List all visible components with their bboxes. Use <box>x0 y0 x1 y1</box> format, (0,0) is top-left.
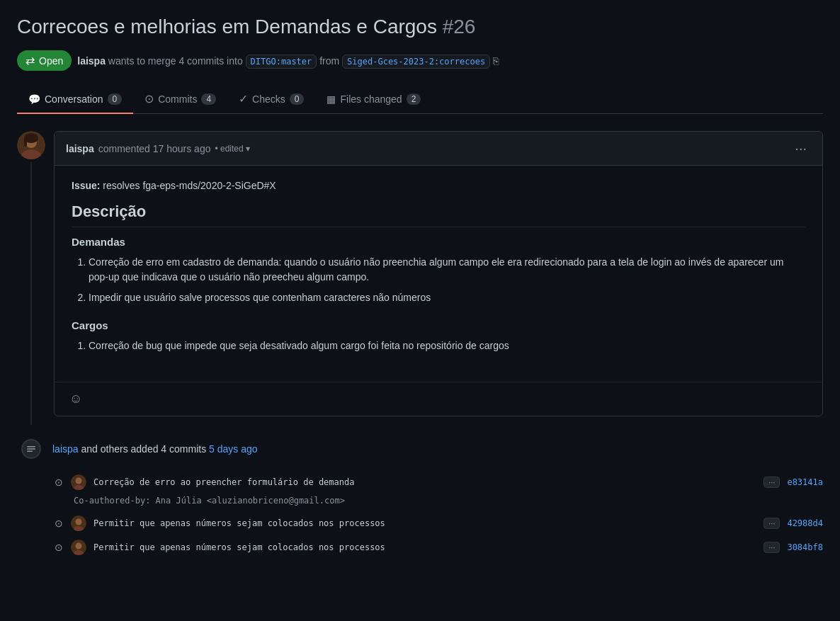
edited-button[interactable]: • edited ▾ <box>215 144 249 154</box>
pr-meta: laispa wants to merge 4 commits into DIT… <box>77 55 499 67</box>
list-item: Correção de bug que impede que seja desa… <box>89 338 805 353</box>
cargos-list: Correção de bug que impede que seja desa… <box>72 338 805 353</box>
demandas-section: Demandas Correção de erro em cadastro de… <box>72 236 805 305</box>
issue-text: resolves fga-eps-mds/2020-2-SiGeD#X <box>103 180 276 191</box>
issue-line: Issue: resolves fga-eps-mds/2020-2-SiGeD… <box>72 180 805 191</box>
chevron-down-icon: ▾ <box>246 144 250 154</box>
commit-msg-2: Permitir que apenas números sejam coloca… <box>93 518 756 528</box>
commits-added-label: and others added 4 commits <box>81 443 209 455</box>
issue-label: Issue: <box>72 180 100 191</box>
comment-timestamp: commented 17 hours ago <box>98 143 211 154</box>
pr-title-text: Correcoes e melhorias em Demandas e Carg… <box>17 16 437 38</box>
svg-point-9 <box>76 478 82 484</box>
section1-heading: Demandas <box>72 236 805 248</box>
svg-point-12 <box>76 519 82 525</box>
pr-number: #26 <box>443 16 476 38</box>
tab-commits[interactable]: ⊙ Commits 4 <box>133 85 227 114</box>
commit-avatar-1 <box>71 474 86 490</box>
tab-commits-label: Commits <box>158 93 197 105</box>
commit-expand-btn-1[interactable]: ··· <box>764 477 780 488</box>
commit-row-1: ⊙ Correção de erro ao preencher formulár… <box>54 470 823 511</box>
conversation-icon: 💬 <box>28 93 40 105</box>
list-item: Correção de erro em cadastro de demanda:… <box>89 255 805 285</box>
checks-icon: ✓ <box>239 92 248 106</box>
pr-title: Correcoes e melhorias em Demandas e Carg… <box>17 14 823 39</box>
svg-rect-4 <box>24 138 27 147</box>
commenter-name[interactable]: laispa <box>66 143 94 154</box>
commit-expand-btn-2[interactable]: ··· <box>764 518 780 529</box>
commit-entry-2: ⊙ Permitir que apenas números sejam colo… <box>54 511 823 535</box>
comment-footer: ☺ <box>55 382 822 416</box>
list-item: Impedir que usuário salve processos que … <box>89 290 805 305</box>
commits-added-time[interactable]: 5 days ago <box>209 443 258 455</box>
tab-checks-badge: 0 <box>290 93 305 105</box>
pr-meta-text: wants to merge 4 commits into <box>108 55 243 67</box>
comment-wrapper: laispa commented 17 hours ago • edited ▾… <box>17 131 823 428</box>
tab-conversation-badge: 0 <box>108 93 123 105</box>
open-icon: ⇄ <box>25 54 35 67</box>
pr-status-row: ⇄ Open laispa wants to merge 4 commits i… <box>17 50 823 71</box>
commit-row-3: ⊙ Permitir que apenas números sejam colo… <box>54 535 823 559</box>
commit-avatar-3 <box>71 540 86 555</box>
commit-entry-1: ⊙ Correção de erro ao preencher formulár… <box>54 470 823 494</box>
comment-header-left: laispa commented 17 hours ago • edited ▾ <box>66 143 250 154</box>
tabs-row: 💬 Conversation 0 ⊙ Commits 4 ✓ Checks 0 … <box>17 85 823 114</box>
comment-options-button[interactable]: ··· <box>790 139 811 158</box>
commit-msg-3: Permitir que apenas números sejam coloca… <box>93 542 756 552</box>
status-label: Open <box>39 55 63 67</box>
commit-expand-btn-3[interactable]: ··· <box>764 542 780 553</box>
tab-files-changed-label: Files changed <box>340 93 402 105</box>
cargos-section: Cargos Correção de bug que impede que se… <box>72 319 805 353</box>
comment-body: Issue: resolves fga-eps-mds/2020-2-SiGeD… <box>55 166 822 382</box>
commit-dot-icon-2: ⊙ <box>54 518 64 528</box>
tab-conversation-label: Conversation <box>45 93 103 105</box>
commit-entry-3: ⊙ Permitir que apenas números sejam colo… <box>54 535 823 559</box>
demandas-list: Correção de erro em cadastro de demanda:… <box>72 255 805 305</box>
svg-rect-7 <box>27 451 33 452</box>
commits-added-row: laispa and others added 4 commits 5 days… <box>17 439 823 459</box>
target-ref[interactable]: DITGO:master <box>246 55 317 69</box>
commit-rows-container: ⊙ Correção de erro ao preencher formulár… <box>54 470 823 559</box>
commenter-avatar <box>17 131 45 159</box>
tab-checks[interactable]: ✓ Checks 0 <box>227 85 315 114</box>
svg-rect-6 <box>27 448 35 450</box>
avatar-column <box>17 131 45 428</box>
co-author-line-1: Co-authored-by: Ana Júlia <aluzianobrice… <box>54 494 823 511</box>
copy-icon[interactable]: ⎘ <box>493 55 499 67</box>
tab-commits-badge: 4 <box>201 93 216 105</box>
commit-row-2: ⊙ Permitir que apenas números sejam colo… <box>54 511 823 535</box>
commits-icon: ⊙ <box>144 92 154 106</box>
edited-label: • edited <box>215 144 243 154</box>
svg-rect-5 <box>27 446 35 448</box>
commit-hash-3[interactable]: 3084bf8 <box>787 542 823 552</box>
status-badge: ⇄ Open <box>17 50 72 71</box>
section2-heading: Cargos <box>72 319 805 331</box>
commits-added-author[interactable]: laispa <box>52 443 79 455</box>
commit-msg-1: Correção de erro ao preencher formulário… <box>93 477 756 487</box>
svg-point-15 <box>76 543 82 549</box>
comment-main: laispa commented 17 hours ago • edited ▾… <box>54 131 823 428</box>
tab-conversation[interactable]: 💬 Conversation 0 <box>17 85 133 114</box>
from-text: from <box>319 55 339 67</box>
comment-header-right: ··· <box>790 139 811 158</box>
comment-header: laispa commented 17 hours ago • edited ▾… <box>55 132 822 166</box>
files-changed-icon: ▦ <box>327 93 336 105</box>
comment-card: laispa commented 17 hours ago • edited ▾… <box>54 131 823 416</box>
commits-added-text: laispa and others added 4 commits 5 days… <box>52 443 258 455</box>
commit-hash-1[interactable]: e83141a <box>787 477 823 487</box>
commit-dot-icon-1: ⊙ <box>54 477 64 487</box>
pr-author[interactable]: laispa <box>77 55 106 67</box>
commit-hash-2[interactable]: 42988d4 <box>787 518 823 528</box>
description-heading: Descrição <box>72 203 805 227</box>
emoji-reaction-button[interactable]: ☺ <box>66 388 86 410</box>
commit-avatar-2 <box>71 515 86 531</box>
commits-added-icon <box>21 439 41 459</box>
tab-files-changed[interactable]: ▦ Files changed 2 <box>315 85 432 114</box>
tab-checks-label: Checks <box>252 93 285 105</box>
commit-dot-icon-3: ⊙ <box>54 542 64 552</box>
source-ref[interactable]: Siged-Gces-2023-2:correcoes <box>342 55 490 69</box>
tab-files-changed-badge: 2 <box>407 93 421 105</box>
